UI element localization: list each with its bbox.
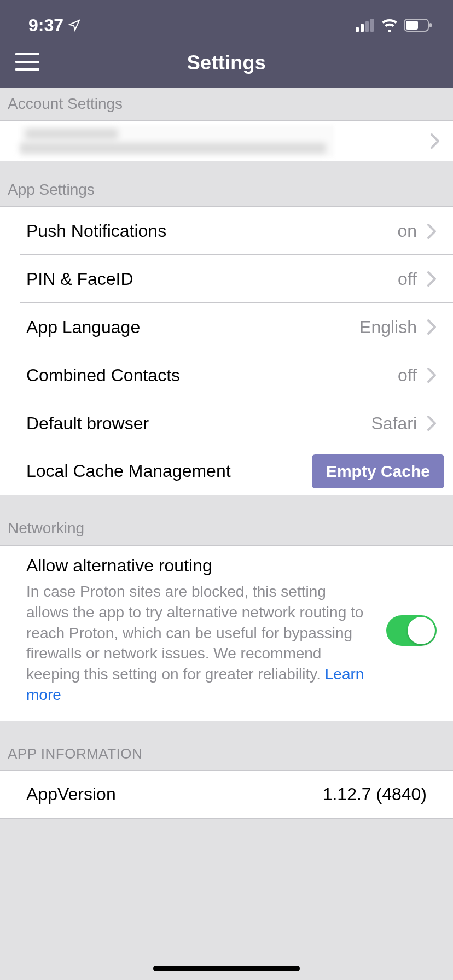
status-time: 9:37 (28, 15, 81, 36)
row-value: off (398, 365, 417, 386)
section-header-app: App Settings (0, 161, 453, 207)
row-label: Combined Contacts (26, 365, 398, 386)
row-account[interactable] (0, 121, 453, 161)
chevron-right-icon (430, 133, 440, 149)
row-label: Push Notifications (26, 221, 397, 241)
section-header-account: Account Settings (0, 88, 453, 121)
alt-routing-toggle[interactable] (386, 615, 437, 646)
svg-rect-6 (429, 23, 432, 27)
row-label: App Language (26, 317, 359, 337)
alt-routing-desc-text: In case Proton sites are blocked, this s… (26, 583, 363, 682)
row-app-version: AppVersion 1.12.7 (4840) (0, 771, 453, 819)
row-label: AppVersion (26, 784, 323, 804)
chevron-right-icon (427, 367, 437, 383)
section-header-app-info: APP INFORMATION (0, 721, 453, 771)
row-value: Safari (371, 413, 417, 434)
menu-button[interactable] (15, 52, 39, 74)
svg-rect-9 (15, 68, 39, 71)
svg-rect-5 (406, 21, 418, 30)
svg-rect-8 (15, 61, 39, 63)
hamburger-icon (15, 52, 39, 72)
empty-cache-button[interactable]: Empty Cache (312, 454, 444, 488)
chevron-right-icon (427, 319, 437, 335)
section-header-networking: Networking (0, 495, 453, 545)
row-app-language[interactable]: App Language English (0, 303, 453, 351)
row-push-notifications[interactable]: Push Notifications on (0, 207, 453, 255)
battery-icon (404, 19, 432, 32)
wifi-icon (381, 19, 398, 32)
row-local-cache: Local Cache Management Empty Cache (0, 447, 453, 495)
row-label: Local Cache Management (26, 461, 312, 481)
chevron-right-icon (427, 271, 437, 287)
row-value: 1.12.7 (4840) (323, 784, 427, 804)
chevron-right-icon (427, 223, 437, 240)
row-label: Default browser (26, 413, 371, 434)
location-icon (68, 19, 81, 32)
page-title: Settings (0, 51, 453, 74)
svg-rect-0 (356, 27, 359, 32)
status-time-text: 9:37 (28, 15, 63, 36)
status-bar: 9:37 (0, 12, 453, 38)
chevron-right-icon (427, 415, 437, 431)
svg-rect-7 (15, 53, 39, 55)
cellular-icon (356, 19, 375, 32)
row-combined-contacts[interactable]: Combined Contacts off (0, 351, 453, 399)
account-redacted (20, 125, 334, 157)
row-default-browser[interactable]: Default browser Safari (0, 399, 453, 447)
row-alternative-routing: Allow alternative routing In case Proton… (0, 545, 453, 721)
svg-rect-3 (370, 19, 374, 32)
alt-routing-description: In case Proton sites are blocked, this s… (26, 581, 370, 705)
home-indicator[interactable] (153, 966, 300, 971)
svg-rect-2 (365, 21, 369, 32)
row-pin-faceid[interactable]: PIN & FaceID off (0, 255, 453, 303)
row-value: English (359, 317, 417, 337)
svg-rect-1 (361, 24, 364, 32)
row-label: PIN & FaceID (26, 269, 398, 289)
row-value: off (398, 269, 417, 289)
row-value: on (397, 221, 417, 241)
alt-routing-title: Allow alternative routing (26, 556, 370, 576)
